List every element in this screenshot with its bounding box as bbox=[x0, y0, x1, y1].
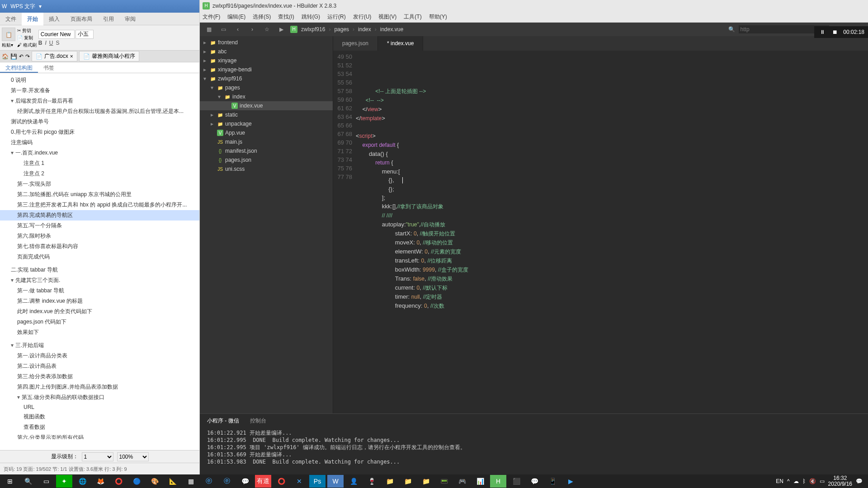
outline-item[interactable]: 第一.做 tabbar 导航 bbox=[0, 286, 199, 296]
wifi-icon[interactable]: 🔇 bbox=[809, 478, 816, 484]
ime-icon[interactable]: EN bbox=[776, 478, 783, 484]
forward-button[interactable]: › bbox=[247, 24, 258, 35]
zoom-level-select[interactable]: 1 bbox=[82, 452, 113, 461]
outline-item[interactable]: 注意编码 bbox=[0, 137, 199, 148]
outline-item[interactable]: 第一.实现头部 bbox=[0, 179, 199, 189]
outline-item[interactable]: 第二.设计商品表 bbox=[0, 361, 199, 371]
menu-item[interactable]: 视图(V) bbox=[378, 13, 396, 21]
font-name-input[interactable] bbox=[38, 30, 75, 39]
ribbon-tab[interactable]: 审阅 bbox=[119, 13, 141, 25]
outline-item[interactable]: 第二.加轮播图,代码在 uniapp 东京书城的公用里 bbox=[0, 189, 199, 200]
ribbon-tab[interactable]: 插入 bbox=[43, 13, 65, 25]
app-icon[interactable]: Ps bbox=[309, 475, 326, 488]
tab-structure[interactable]: 文档结构图 bbox=[0, 62, 38, 73]
app-icon[interactable]: 🎮 bbox=[454, 475, 470, 488]
italic-button[interactable]: I bbox=[45, 40, 46, 46]
tree-item[interactable]: JSuni.scss bbox=[200, 164, 333, 174]
breadcrumb-item[interactable]: pages bbox=[334, 26, 349, 33]
app-icon[interactable]: ⓔ bbox=[219, 475, 235, 488]
outline-item[interactable]: 视图函数 bbox=[0, 412, 199, 422]
outline-item[interactable]: 第三.给分类表添加数据 bbox=[0, 371, 199, 382]
outline-item[interactable]: 第六.限时秒杀 bbox=[0, 231, 199, 241]
menu-item[interactable]: 编辑(E) bbox=[227, 13, 245, 21]
tab-bookmarks[interactable]: 书签 bbox=[38, 62, 60, 73]
menu-item[interactable]: 运行(R) bbox=[327, 13, 346, 21]
close-icon[interactable]: × bbox=[70, 53, 73, 60]
outline-item[interactable]: 页面完成代码 bbox=[0, 252, 199, 262]
tree-item[interactable]: ▾📁index bbox=[200, 92, 333, 101]
app-icon[interactable]: ⓔ bbox=[201, 475, 217, 488]
battery-icon[interactable]: ▭ bbox=[820, 478, 825, 484]
console-tab[interactable]: 控制台 bbox=[250, 417, 266, 425]
app-icon[interactable]: 🦊 bbox=[92, 475, 108, 488]
start-button[interactable]: ⊞ bbox=[2, 475, 18, 488]
code-editor[interactable]: 49 50 51 52 53 54 55 56 57 58 59 60 61 6… bbox=[333, 51, 868, 413]
breadcrumb-item[interactable]: zwlxpf916 bbox=[301, 26, 325, 33]
redo-icon[interactable]: ↷ bbox=[25, 53, 30, 60]
outline-item[interactable]: 第五.写一个分隔条 bbox=[0, 221, 199, 231]
app-icon[interactable]: 👤 bbox=[345, 475, 362, 488]
app-icon[interactable]: ⭕ bbox=[273, 475, 289, 488]
outline-item[interactable]: pages.json 代码如下 bbox=[0, 317, 199, 327]
outline-item[interactable]: 经测试,放开任意用户后台权限出现服务器漏洞,所以后台管理,还是本... bbox=[0, 106, 199, 117]
app-icon[interactable]: ▦ bbox=[183, 475, 199, 488]
outline-item[interactable]: 第三.注意把开发者工具和 hbx 的 appid 换成自己功能最多的小程序开..… bbox=[0, 200, 199, 210]
outline-item[interactable]: 第五.做分类和商品的联动数据接口 bbox=[0, 392, 199, 403]
outline-item[interactable]: 第六.分类显示页的所有代码 bbox=[0, 432, 199, 439]
tree-item[interactable]: {}pages.json bbox=[200, 155, 333, 164]
doc-tab-2[interactable]: 📄馨雅阁商城小程序 bbox=[79, 51, 139, 61]
tray-up-icon[interactable]: ^ bbox=[787, 478, 790, 484]
menu-item[interactable]: 发行(U) bbox=[353, 13, 372, 21]
outline-item[interactable]: 效果如下 bbox=[0, 327, 199, 338]
panel-icon[interactable]: ▭ bbox=[218, 24, 229, 35]
menu-item[interactable]: 选择(S) bbox=[253, 13, 271, 21]
app-icon[interactable]: ⭕ bbox=[110, 475, 127, 488]
search-icon[interactable]: 🔍 bbox=[728, 26, 735, 33]
outline-item[interactable]: 一.首页.index.vue bbox=[0, 148, 199, 158]
ribbon-tab[interactable]: 引用 bbox=[98, 13, 119, 25]
dropdown-icon[interactable]: ▾ bbox=[39, 3, 42, 9]
ribbon-tab[interactable]: 文件 bbox=[0, 13, 22, 25]
menu-item[interactable]: 查找(I) bbox=[278, 13, 294, 21]
clock-date[interactable]: 2020/9/16 bbox=[828, 481, 852, 487]
folder-icon[interactable]: 📁 bbox=[400, 475, 416, 488]
tree-item[interactable]: ▸📁static bbox=[200, 110, 333, 119]
bold-button[interactable]: B bbox=[38, 40, 42, 46]
app-icon[interactable]: 🔵 bbox=[128, 475, 145, 488]
menu-item[interactable]: 工具(T) bbox=[404, 13, 421, 21]
outline-item[interactable]: URL bbox=[0, 403, 199, 412]
app-icon[interactable]: 📐 bbox=[165, 475, 181, 488]
ribbon-tab[interactable]: 开始 bbox=[22, 13, 43, 25]
font-size-input[interactable] bbox=[75, 30, 94, 39]
outline-item[interactable]: 第七.猜你喜欢标题和内容 bbox=[0, 241, 199, 252]
search-button[interactable]: 🔍 bbox=[20, 475, 36, 488]
cut-button[interactable]: ✂ 剪切 bbox=[17, 28, 37, 34]
run-icon[interactable]: ▶ bbox=[276, 24, 287, 35]
outline-item[interactable]: 测试的快递单号 bbox=[0, 117, 199, 127]
menu-item[interactable]: 帮助(Y) bbox=[429, 13, 447, 21]
app-icon[interactable]: 🍷 bbox=[363, 475, 380, 488]
tree-item[interactable]: ▾📁zwlxpf916 bbox=[200, 74, 333, 83]
doc-tab-1[interactable]: 📄广告.docx× bbox=[32, 51, 77, 61]
editor-tab[interactable]: * index.vue bbox=[378, 36, 423, 51]
app-icon[interactable]: ✦ bbox=[56, 475, 72, 488]
menu-item[interactable]: 跳转(G) bbox=[302, 13, 320, 21]
console-tab[interactable]: 小程序 - 微信 bbox=[207, 417, 239, 425]
outline-item[interactable]: 0 说明 bbox=[0, 75, 199, 85]
tree-item[interactable]: ▸📁abc bbox=[200, 47, 333, 56]
back-button[interactable]: ‹ bbox=[232, 24, 243, 35]
notification-icon[interactable]: 💬 bbox=[856, 478, 863, 484]
stop-button[interactable]: ⏹ bbox=[830, 28, 840, 37]
outline-item[interactable]: 二.实现 tabbar 导航 bbox=[0, 265, 199, 275]
menu-item[interactable]: 文件(F) bbox=[203, 13, 220, 21]
ribbon-tab[interactable]: 页面布局 bbox=[65, 13, 98, 25]
file-explorer[interactable]: ▸📁frontend▸📁abc▸📁xinyage▸📁xinyage-bendi▾… bbox=[200, 36, 333, 413]
app-icon[interactable]: 💬 bbox=[237, 475, 253, 488]
app-icon[interactable]: W bbox=[327, 475, 344, 488]
console-output[interactable]: 16:01:22.921 开始差量编译... 16:01:22.995 DONE… bbox=[200, 427, 868, 467]
outline-item[interactable]: 第四.图片上传到图床,并给商品表添加数据 bbox=[0, 382, 199, 392]
outline-item[interactable]: 第二.调整 index.vue 的标题 bbox=[0, 296, 199, 306]
document-outline[interactable]: 0 说明第一章.开发准备后端发货后台--最后再看经测试,放开任意用户后台权限出现… bbox=[0, 73, 199, 439]
app-icon[interactable]: 🎨 bbox=[146, 475, 163, 488]
tree-item[interactable]: ▸📁frontend bbox=[200, 38, 333, 47]
